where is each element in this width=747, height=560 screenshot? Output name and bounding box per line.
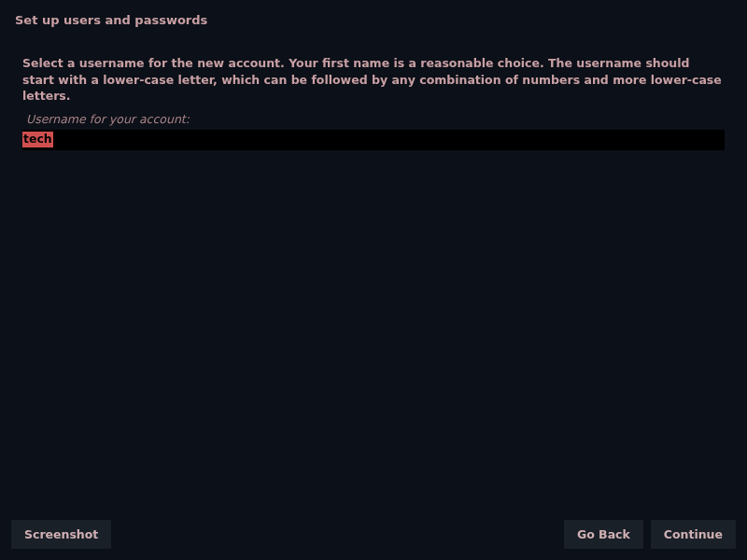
- username-input[interactable]: tech: [22, 130, 725, 150]
- screenshot-button[interactable]: Screenshot: [11, 520, 111, 549]
- go-back-button[interactable]: Go Back: [564, 520, 643, 549]
- footer: Screenshot Go Back Continue: [0, 517, 747, 560]
- continue-button[interactable]: Continue: [651, 520, 736, 549]
- username-value: tech: [22, 132, 53, 147]
- username-label: Username for your account:: [26, 112, 725, 126]
- header: Set up users and passwords: [0, 0, 747, 35]
- page-title: Set up users and passwords: [15, 13, 732, 27]
- main-content: Select a username for the new account. Y…: [0, 35, 747, 158]
- description-text: Select a username for the new account. Y…: [22, 55, 725, 105]
